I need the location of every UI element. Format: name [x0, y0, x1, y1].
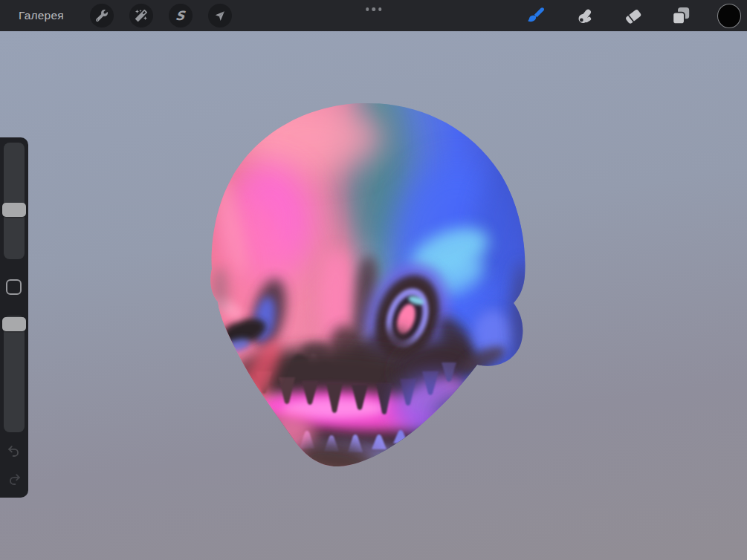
eraser-icon — [623, 6, 643, 26]
wrench-icon — [96, 10, 108, 22]
brush-size-slider[interactable] — [4, 143, 25, 259]
magic-wand-icon — [135, 10, 147, 22]
toolbar-right-group — [524, 0, 741, 31]
dot-icon — [378, 7, 382, 11]
opacity-slider[interactable] — [4, 316, 25, 432]
side-toolbar — [0, 137, 28, 498]
opacity-handle[interactable] — [2, 317, 26, 331]
actions-button[interactable] — [90, 4, 114, 27]
smudge-tool-button[interactable] — [572, 4, 596, 27]
app-root: { "toolbar": { "gallery_label": "Галерея… — [0, 0, 747, 560]
undo-button[interactable] — [6, 443, 22, 460]
color-well-button[interactable] — [717, 4, 741, 27]
smudge-finger-icon — [575, 6, 595, 26]
arrow-cursor-icon — [213, 10, 226, 22]
toolbar-left-group: Галерея S — [19, 0, 232, 31]
color-swatch — [717, 4, 741, 28]
layers-button[interactable] — [669, 4, 693, 27]
adjustments-button[interactable] — [129, 4, 153, 27]
undo-icon — [6, 443, 22, 460]
erase-tool-button[interactable] — [621, 4, 644, 27]
brush-size-handle[interactable] — [2, 203, 26, 217]
brush-icon — [526, 5, 546, 26]
redo-icon — [6, 472, 22, 488]
s-curve-icon: S — [175, 10, 187, 22]
dot-icon — [366, 7, 369, 11]
top-toolbar: Галерея S — [0, 0, 747, 31]
dot-icon — [372, 7, 375, 11]
paint-tool-button[interactable] — [524, 4, 548, 27]
skull-artwork — [0, 31, 747, 560]
multitask-dots-button[interactable] — [364, 6, 384, 13]
redo-button[interactable] — [6, 472, 22, 488]
gallery-button[interactable]: Галерея — [19, 9, 64, 22]
transform-button[interactable] — [208, 4, 232, 27]
selection-button[interactable]: S — [169, 4, 193, 27]
layers-icon — [670, 5, 691, 26]
modify-button[interactable] — [6, 279, 22, 295]
drawing-canvas[interactable] — [0, 31, 747, 560]
